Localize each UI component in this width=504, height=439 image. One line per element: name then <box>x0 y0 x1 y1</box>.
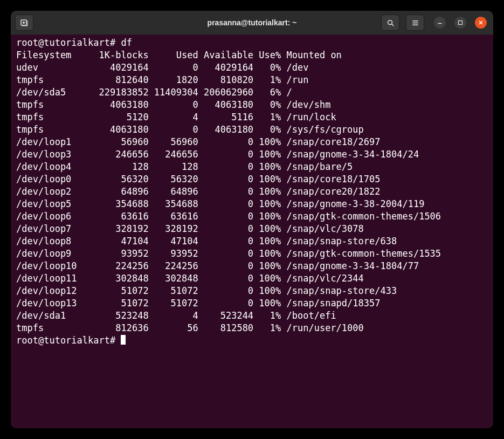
hamburger-icon <box>411 19 419 27</box>
maximize-button[interactable] <box>454 17 466 29</box>
svg-point-1 <box>388 20 392 24</box>
search-button[interactable] <box>381 15 399 31</box>
close-button[interactable] <box>475 17 487 29</box>
minimize-button[interactable] <box>434 17 446 29</box>
minimize-icon <box>437 20 443 25</box>
terminal-window: prasanna@tutorialkart: ~ <box>11 11 493 428</box>
new-tab-icon <box>20 18 29 27</box>
menu-button[interactable] <box>406 15 424 31</box>
svg-rect-2 <box>459 21 462 25</box>
titlebar: prasanna@tutorialkart: ~ <box>11 11 493 35</box>
search-icon <box>386 19 395 27</box>
new-tab-button[interactable] <box>15 15 33 31</box>
terminal-cursor <box>121 335 126 345</box>
close-icon <box>478 20 484 25</box>
maximize-icon <box>458 20 463 25</box>
terminal-body[interactable]: root@tutorialkart# df Filesystem 1K-bloc… <box>11 35 493 428</box>
